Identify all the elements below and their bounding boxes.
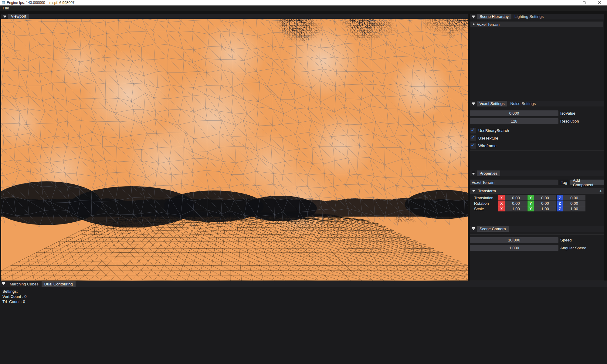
separator: [470, 150, 604, 150]
bottom-dock: Marching Cubes Dual Contouring Settings:…: [0, 281, 607, 364]
tab-dual-contouring[interactable]: Dual Contouring: [42, 281, 76, 287]
translation-row: Translation X 0.00 Y 0.00 Z 0.00: [470, 195, 604, 201]
isovalue-label: IsoValue: [560, 111, 575, 116]
collapse-window-icon[interactable]: [472, 227, 475, 230]
rotation-label: Rotation: [470, 201, 498, 206]
z-axis-button[interactable]: Z: [557, 206, 563, 211]
x-axis-button[interactable]: X: [498, 201, 505, 206]
bottom-tabbar: Marching Cubes Dual Contouring: [0, 281, 607, 287]
y-axis-button[interactable]: Y: [527, 206, 534, 211]
translation-z-value[interactable]: 0.00: [563, 195, 585, 201]
usebinarysearch-label: UseBinarySearch: [478, 128, 509, 133]
os-titlebar: Engine fps: 143.000000 mspf: 6.993007: [0, 0, 607, 5]
x-axis-button[interactable]: X: [498, 195, 505, 201]
translation-x-value[interactable]: 0.00: [505, 195, 527, 201]
rotation-row: Rotation X 0.00 Y 0.00 Z 0.00: [470, 201, 604, 206]
entity-name-input[interactable]: Voxel Terrain: [470, 180, 558, 185]
angular-speed-input[interactable]: 1.000: [470, 245, 558, 251]
transform-header-label: Transform: [478, 189, 496, 193]
properties-panel: Properties Voxel Terrain Tag Add Compone…: [470, 170, 604, 226]
tab-scene-camera[interactable]: Scene Camera: [477, 226, 509, 232]
check-icon: ✓: [471, 142, 475, 148]
vert-count-text: Vert Count : 0: [2, 294, 607, 299]
resolution-label: Resolution: [560, 119, 579, 123]
tree-item-label: Voxel Terrain: [477, 22, 500, 27]
tree-expand-icon[interactable]: [473, 23, 475, 25]
settings-heading: Settings:: [2, 289, 607, 294]
scene-hierarchy-tabbar: Scene Hierarchy Lighting Settings: [470, 14, 604, 19]
scene-camera-tabbar: Scene Camera: [470, 226, 604, 232]
angular-speed-label: Angular Speed: [560, 246, 586, 250]
rotation-y-value[interactable]: 0.00: [534, 201, 556, 206]
speed-input[interactable]: 10.000: [470, 237, 558, 243]
voxel-settings-tabbar: Voxel Settings Noise Settings: [470, 101, 604, 106]
checkbox-row-wireframe: ✓ Wireframe: [470, 143, 604, 149]
scale-x-value[interactable]: 1.00: [505, 206, 527, 211]
add-component-button[interactable]: Add Component: [570, 180, 604, 185]
tab-scene-hierarchy[interactable]: Scene Hierarchy: [477, 14, 511, 19]
y-axis-button[interactable]: Y: [527, 201, 534, 206]
collapse-window-icon[interactable]: [472, 172, 475, 175]
wireframe-label: Wireframe: [478, 143, 497, 148]
tab-properties[interactable]: Properties: [477, 170, 500, 176]
tag-button[interactable]: Tag: [559, 180, 569, 185]
scale-z-value[interactable]: 1.00: [563, 206, 585, 211]
check-icon: ✓: [471, 134, 475, 140]
z-axis-button[interactable]: Z: [557, 201, 563, 206]
translation-y-value[interactable]: 0.00: [534, 195, 556, 201]
close-icon: [598, 1, 601, 4]
usetexture-checkbox[interactable]: ✓: [470, 135, 476, 141]
collapse-window-icon[interactable]: [472, 102, 475, 105]
speed-label: Speed: [560, 238, 572, 242]
resolution-input[interactable]: 128: [470, 118, 558, 124]
right-dock: Scene Hierarchy Lighting Settings Voxel …: [470, 14, 604, 281]
wireframe-checkbox[interactable]: ✓: [470, 143, 476, 149]
scale-y-value[interactable]: 1.00: [534, 206, 556, 211]
translation-label: Translation: [470, 196, 498, 200]
checkbox-row-usebinarysearch: ✓ UseBinarySearch: [470, 127, 604, 133]
transform-header[interactable]: Transform +: [470, 188, 604, 194]
tab-viewport[interactable]: Viewport: [8, 14, 29, 19]
maximize-button[interactable]: [577, 0, 592, 5]
viewport-tabbar: Viewport: [1, 14, 468, 19]
isovalue-input[interactable]: 0.000: [470, 110, 558, 116]
usetexture-label: UseTexture: [478, 136, 498, 140]
y-axis-button[interactable]: Y: [527, 195, 534, 201]
tab-voxel-settings[interactable]: Voxel Settings: [477, 101, 507, 106]
add-transform-icon[interactable]: +: [599, 189, 602, 194]
tab-lighting-settings[interactable]: Lighting Settings: [512, 14, 546, 19]
menu-file[interactable]: File: [0, 5, 12, 11]
maximize-icon: [583, 2, 585, 4]
collapse-window-icon[interactable]: [472, 15, 475, 18]
voxel-settings-panel: Voxel Settings Noise Settings 0.000 IsoV…: [470, 101, 604, 170]
close-button[interactable]: [592, 0, 607, 5]
tree-item-voxel-terrain[interactable]: Voxel Terrain: [470, 22, 603, 27]
collapse-section-icon: [472, 190, 475, 192]
tri-count-text: Tri Count : 0: [2, 299, 607, 304]
scale-label: Scale: [470, 207, 498, 211]
scale-row: Scale X 1.00 Y 1.00 Z 1.00: [470, 206, 604, 211]
check-icon: ✓: [471, 127, 475, 133]
minimize-button[interactable]: [561, 0, 577, 5]
usebinarysearch-checkbox[interactable]: ✓: [470, 128, 476, 133]
rotation-x-value[interactable]: 0.00: [505, 201, 527, 206]
minimize-icon: [568, 3, 571, 3]
properties-tabbar: Properties: [470, 170, 604, 176]
collapse-window-icon[interactable]: [2, 282, 5, 285]
scene-camera-panel: Scene Camera 10.000 Speed 1.000 Angular …: [470, 226, 604, 281]
viewport-window: Viewport: [1, 14, 468, 281]
menu-bar: File: [0, 5, 607, 11]
tab-marching-cubes[interactable]: Marching Cubes: [7, 281, 41, 287]
checkbox-row-usetexture: ✓ UseTexture: [470, 135, 604, 141]
scene-hierarchy-panel: Scene Hierarchy Lighting Settings Voxel …: [470, 14, 604, 101]
titlebar-fps-text: Engine fps: 143.000000: [7, 1, 45, 5]
viewport-canvas[interactable]: [1, 19, 468, 281]
z-axis-button[interactable]: Z: [557, 195, 563, 201]
app-icon: [2, 1, 5, 4]
titlebar-mspf-text: mspf: 6.993007: [49, 1, 75, 5]
collapse-window-icon[interactable]: [3, 15, 7, 18]
tab-noise-settings[interactable]: Noise Settings: [507, 101, 538, 106]
rotation-z-value[interactable]: 0.00: [563, 201, 585, 206]
x-axis-button[interactable]: X: [498, 206, 505, 211]
